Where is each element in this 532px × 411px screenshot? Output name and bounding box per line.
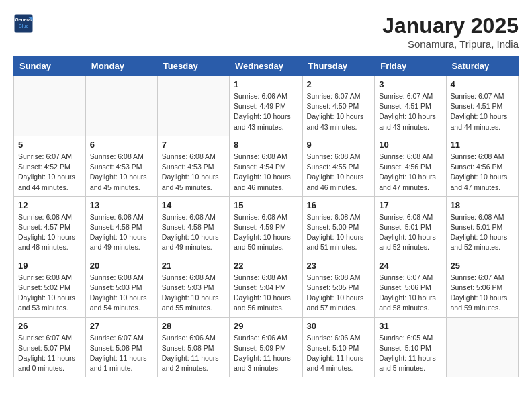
calendar-week-row: 1Sunrise: 6:06 AM Sunset: 4:49 PM Daylig… — [14, 76, 519, 136]
day-number: 12 — [18, 200, 81, 210]
day-number: 7 — [162, 140, 225, 150]
calendar-cell: 16Sunrise: 6:08 AM Sunset: 5:00 PM Dayli… — [302, 196, 375, 257]
day-number: 5 — [18, 140, 81, 150]
day-number: 31 — [379, 321, 441, 331]
calendar-cell: 17Sunrise: 6:08 AM Sunset: 5:01 PM Dayli… — [375, 196, 446, 257]
day-info: Sunrise: 6:06 AM Sunset: 5:09 PM Dayligh… — [234, 333, 298, 374]
day-info: Sunrise: 6:08 AM Sunset: 4:57 PM Dayligh… — [18, 212, 81, 253]
weekday-header-thursday: Thursday — [302, 57, 375, 76]
location-subtitle: Sonamura, Tripura, India — [382, 38, 519, 50]
calendar-cell: 26Sunrise: 6:07 AM Sunset: 5:07 PM Dayli… — [14, 317, 86, 377]
day-info: Sunrise: 6:08 AM Sunset: 4:56 PM Dayligh… — [451, 152, 514, 193]
weekday-header-saturday: Saturday — [446, 57, 518, 76]
day-info: Sunrise: 6:05 AM Sunset: 5:10 PM Dayligh… — [379, 333, 441, 374]
calendar-cell: 27Sunrise: 6:07 AM Sunset: 5:08 PM Dayli… — [85, 317, 157, 377]
day-number: 17 — [379, 200, 441, 210]
calendar-cell: 2Sunrise: 6:07 AM Sunset: 4:50 PM Daylig… — [302, 76, 375, 136]
day-number: 6 — [90, 140, 153, 150]
calendar-cell: 22Sunrise: 6:08 AM Sunset: 5:04 PM Dayli… — [230, 257, 303, 317]
calendar-week-row: 19Sunrise: 6:08 AM Sunset: 5:02 PM Dayli… — [14, 257, 519, 317]
day-number: 16 — [307, 200, 371, 210]
day-number: 26 — [18, 321, 81, 331]
calendar-cell: 13Sunrise: 6:08 AM Sunset: 4:58 PM Dayli… — [85, 196, 157, 257]
calendar-cell: 3Sunrise: 6:07 AM Sunset: 4:51 PM Daylig… — [375, 76, 446, 136]
logo-icon: General Blue — [13, 13, 34, 34]
day-number: 28 — [162, 321, 225, 331]
day-info: Sunrise: 6:07 AM Sunset: 4:51 PM Dayligh… — [379, 91, 441, 132]
calendar-cell: 8Sunrise: 6:08 AM Sunset: 4:54 PM Daylig… — [230, 136, 303, 196]
day-number: 11 — [451, 140, 514, 150]
calendar-cell: 21Sunrise: 6:08 AM Sunset: 5:03 PM Dayli… — [157, 257, 229, 317]
calendar-cell: 29Sunrise: 6:06 AM Sunset: 5:09 PM Dayli… — [230, 317, 303, 377]
calendar-cell — [14, 76, 86, 136]
page-header: General Blue January 2025 Sonamura, Trip… — [13, 13, 519, 50]
calendar-cell: 30Sunrise: 6:06 AM Sunset: 5:10 PM Dayli… — [302, 317, 375, 377]
calendar-cell — [85, 76, 157, 136]
day-info: Sunrise: 6:08 AM Sunset: 4:58 PM Dayligh… — [162, 212, 225, 253]
day-number: 13 — [90, 200, 153, 210]
day-info: Sunrise: 6:08 AM Sunset: 5:01 PM Dayligh… — [379, 212, 441, 253]
day-number: 8 — [234, 140, 298, 150]
day-number: 22 — [234, 261, 298, 271]
day-number: 9 — [307, 140, 371, 150]
calendar-week-row: 5Sunrise: 6:07 AM Sunset: 4:52 PM Daylig… — [14, 136, 519, 196]
day-info: Sunrise: 6:06 AM Sunset: 5:10 PM Dayligh… — [307, 333, 371, 374]
logo: General Blue — [13, 13, 34, 34]
day-number: 23 — [307, 261, 371, 271]
day-info: Sunrise: 6:07 AM Sunset: 5:07 PM Dayligh… — [18, 333, 81, 374]
weekday-header-sunday: Sunday — [14, 57, 86, 76]
day-info: Sunrise: 6:08 AM Sunset: 4:54 PM Dayligh… — [234, 152, 298, 193]
title-block: January 2025 Sonamura, Tripura, India — [382, 13, 519, 50]
calendar-cell: 4Sunrise: 6:07 AM Sunset: 4:51 PM Daylig… — [446, 76, 518, 136]
day-info: Sunrise: 6:08 AM Sunset: 4:55 PM Dayligh… — [307, 152, 371, 193]
calendar-cell: 19Sunrise: 6:08 AM Sunset: 5:02 PM Dayli… — [14, 257, 86, 317]
day-info: Sunrise: 6:07 AM Sunset: 5:06 PM Dayligh… — [451, 273, 514, 314]
day-info: Sunrise: 6:08 AM Sunset: 4:53 PM Dayligh… — [162, 152, 225, 193]
calendar-week-row: 26Sunrise: 6:07 AM Sunset: 5:07 PM Dayli… — [14, 317, 519, 377]
day-info: Sunrise: 6:08 AM Sunset: 4:56 PM Dayligh… — [379, 152, 441, 193]
day-info: Sunrise: 6:07 AM Sunset: 4:51 PM Dayligh… — [451, 91, 514, 132]
calendar-cell: 9Sunrise: 6:08 AM Sunset: 4:55 PM Daylig… — [302, 136, 375, 196]
weekday-header-row: SundayMondayTuesdayWednesdayThursdayFrid… — [14, 57, 519, 76]
day-number: 2 — [307, 79, 371, 89]
calendar-cell: 24Sunrise: 6:07 AM Sunset: 5:06 PM Dayli… — [375, 257, 446, 317]
day-number: 29 — [234, 321, 298, 331]
day-info: Sunrise: 6:07 AM Sunset: 4:50 PM Dayligh… — [307, 91, 371, 132]
day-number: 3 — [379, 79, 441, 89]
day-info: Sunrise: 6:08 AM Sunset: 4:58 PM Dayligh… — [90, 212, 153, 253]
calendar-cell: 31Sunrise: 6:05 AM Sunset: 5:10 PM Dayli… — [375, 317, 446, 377]
calendar-cell: 10Sunrise: 6:08 AM Sunset: 4:56 PM Dayli… — [375, 136, 446, 196]
calendar-cell — [446, 317, 518, 377]
day-info: Sunrise: 6:08 AM Sunset: 5:03 PM Dayligh… — [162, 273, 225, 314]
day-info: Sunrise: 6:06 AM Sunset: 4:49 PM Dayligh… — [234, 91, 298, 132]
day-number: 18 — [451, 200, 514, 210]
day-number: 25 — [451, 261, 514, 271]
day-info: Sunrise: 6:08 AM Sunset: 5:01 PM Dayligh… — [451, 212, 514, 253]
calendar-cell: 25Sunrise: 6:07 AM Sunset: 5:06 PM Dayli… — [446, 257, 518, 317]
day-number: 21 — [162, 261, 225, 271]
day-info: Sunrise: 6:08 AM Sunset: 5:03 PM Dayligh… — [90, 273, 153, 314]
calendar-cell: 12Sunrise: 6:08 AM Sunset: 4:57 PM Dayli… — [14, 196, 86, 257]
weekday-header-monday: Monday — [85, 57, 157, 76]
day-number: 10 — [379, 140, 441, 150]
calendar-cell: 7Sunrise: 6:08 AM Sunset: 4:53 PM Daylig… — [157, 136, 229, 196]
calendar-cell: 11Sunrise: 6:08 AM Sunset: 4:56 PM Dayli… — [446, 136, 518, 196]
day-number: 4 — [451, 79, 514, 89]
calendar-cell: 28Sunrise: 6:06 AM Sunset: 5:08 PM Dayli… — [157, 317, 229, 377]
day-info: Sunrise: 6:08 AM Sunset: 4:53 PM Dayligh… — [90, 152, 153, 193]
weekday-header-friday: Friday — [375, 57, 446, 76]
calendar-table: SundayMondayTuesdayWednesdayThursdayFrid… — [13, 56, 519, 377]
weekday-header-tuesday: Tuesday — [157, 57, 229, 76]
day-info: Sunrise: 6:08 AM Sunset: 4:59 PM Dayligh… — [234, 212, 298, 253]
day-info: Sunrise: 6:08 AM Sunset: 5:00 PM Dayligh… — [307, 212, 371, 253]
day-info: Sunrise: 6:07 AM Sunset: 5:06 PM Dayligh… — [379, 273, 441, 314]
calendar-cell: 23Sunrise: 6:08 AM Sunset: 5:05 PM Dayli… — [302, 257, 375, 317]
day-number: 24 — [379, 261, 441, 271]
calendar-cell: 15Sunrise: 6:08 AM Sunset: 4:59 PM Dayli… — [230, 196, 303, 257]
calendar-cell: 18Sunrise: 6:08 AM Sunset: 5:01 PM Dayli… — [446, 196, 518, 257]
day-info: Sunrise: 6:07 AM Sunset: 5:08 PM Dayligh… — [90, 333, 153, 374]
day-number: 1 — [234, 79, 298, 89]
calendar-cell: 20Sunrise: 6:08 AM Sunset: 5:03 PM Dayli… — [85, 257, 157, 317]
calendar-cell: 1Sunrise: 6:06 AM Sunset: 4:49 PM Daylig… — [230, 76, 303, 136]
day-number: 27 — [90, 321, 153, 331]
